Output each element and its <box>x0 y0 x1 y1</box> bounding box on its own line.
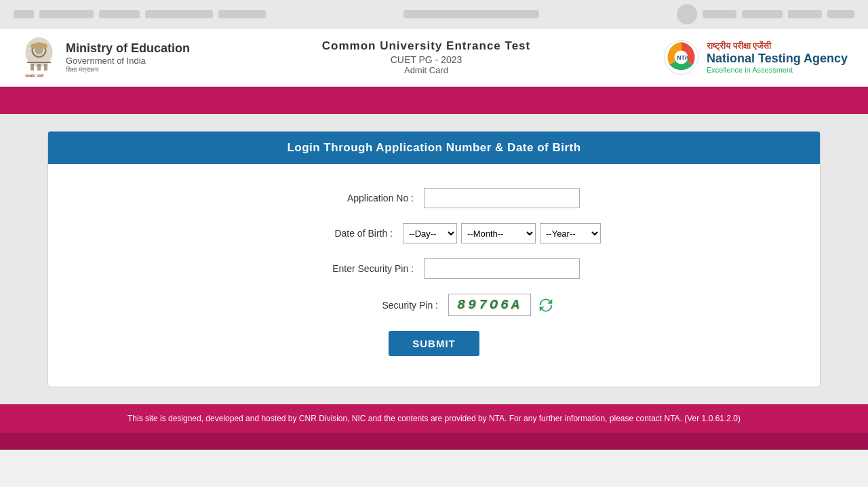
nta-name: National Testing Agency <box>707 52 848 66</box>
footer-bottom <box>0 433 868 450</box>
submit-row: SUBMIT <box>75 331 793 356</box>
nav-avatar <box>677 4 697 24</box>
top-nav-right <box>677 4 854 24</box>
page-header: सत्यमेव जयते Ministry of Education Gover… <box>0 28 868 87</box>
nta-logo: NTA <box>663 39 700 76</box>
ministry-hindi: शिक्षा मंत्रालय <box>66 66 190 74</box>
nav-placeholder-8 <box>742 10 783 18</box>
page-footer: This site is designed, developed and hos… <box>0 404 868 433</box>
captcha-value: 897O6A <box>448 294 531 316</box>
nta-hindi: राष्ट्रीय परीक्षा एजेंसी <box>707 41 848 52</box>
dob-selects: --Day-- 01020304 05060708 09101112 13141… <box>403 223 601 244</box>
svg-point-9 <box>36 42 43 47</box>
nta-text: राष्ट्रीय परीक्षा एजेंसी National Testin… <box>707 41 848 74</box>
refresh-captcha-icon[interactable] <box>536 296 555 315</box>
application-no-input[interactable] <box>424 188 580 208</box>
captcha-label: Security Pin : <box>313 300 448 311</box>
nav-placeholder-6 <box>403 10 539 18</box>
nav-placeholder-1 <box>14 10 34 18</box>
svg-text:NTA: NTA <box>677 54 689 61</box>
form-card-header: Login Through Application Number & Date … <box>48 132 820 164</box>
nav-placeholder-9 <box>788 10 822 18</box>
ashoka-emblem-icon: सत्यमेव जयते <box>20 35 58 79</box>
top-nav-center <box>403 10 539 18</box>
dob-year-select[interactable]: --Year-- 1990199119921993 19941995199619… <box>540 223 601 244</box>
security-pin-display-group: Security Pin : 897O6A <box>75 294 793 316</box>
ministry-sub: Government of India <box>66 56 190 66</box>
security-pin-input[interactable] <box>424 258 580 279</box>
security-pin-input-group: Enter Security Pin : <box>75 258 793 279</box>
nav-placeholder-2 <box>39 10 94 18</box>
footer-text: This site is designed, developed and hos… <box>127 414 741 423</box>
application-no-label: Application No : <box>288 193 424 203</box>
top-nav-left <box>14 10 266 18</box>
svg-text:सत्यमेव जयते: सत्यमेव जयते <box>24 73 44 78</box>
svg-rect-6 <box>44 64 47 71</box>
form-title: Login Through Application Number & Date … <box>287 141 580 154</box>
svg-rect-5 <box>37 64 41 71</box>
dob-label: Date of Birth : <box>267 228 403 239</box>
nta-tagline: Excellence in Assessment <box>707 66 848 74</box>
admit-card-label: Admit Card <box>322 65 530 75</box>
header-center: Common University Entrance Test CUET PG … <box>322 39 530 75</box>
top-nav <box>0 0 868 28</box>
login-form-card: Login Through Application Number & Date … <box>47 131 821 387</box>
ministry-text: Ministry of Education Government of Indi… <box>66 41 190 74</box>
nav-placeholder-7 <box>703 10 736 18</box>
svg-rect-4 <box>31 64 34 71</box>
main-content: Login Through Application Number & Date … <box>0 114 868 404</box>
application-no-group: Application No : <box>75 188 793 208</box>
nav-placeholder-3 <box>99 10 140 18</box>
pink-banner <box>0 87 868 114</box>
submit-button[interactable]: SUBMIT <box>389 331 479 356</box>
header-left: सत्यमेव जयते Ministry of Education Gover… <box>20 35 190 79</box>
site-subtitle: CUET PG - 2023 <box>322 54 530 65</box>
site-title: Common University Entrance Test <box>322 39 530 53</box>
captcha-display: 897O6A <box>448 294 555 316</box>
header-right: NTA राष्ट्रीय परीक्षा एजेंसी National Te… <box>663 39 848 76</box>
ministry-name: Ministry of Education <box>66 41 190 56</box>
form-card-body: Application No : Date of Birth : --Day--… <box>48 164 820 387</box>
nta-logo-icon: NTA <box>663 39 700 76</box>
dob-day-select[interactable]: --Day-- 01020304 05060708 09101112 13141… <box>403 223 457 244</box>
dob-group: Date of Birth : --Day-- 01020304 0506070… <box>75 223 793 244</box>
nav-placeholder-5 <box>218 10 266 18</box>
nav-placeholder-4 <box>145 10 213 18</box>
security-pin-label: Enter Security Pin : <box>288 263 424 274</box>
dob-month-select[interactable]: --Month-- JanuaryFebruaryMarch AprilMayJ… <box>461 223 536 244</box>
nav-placeholder-10 <box>827 10 854 18</box>
